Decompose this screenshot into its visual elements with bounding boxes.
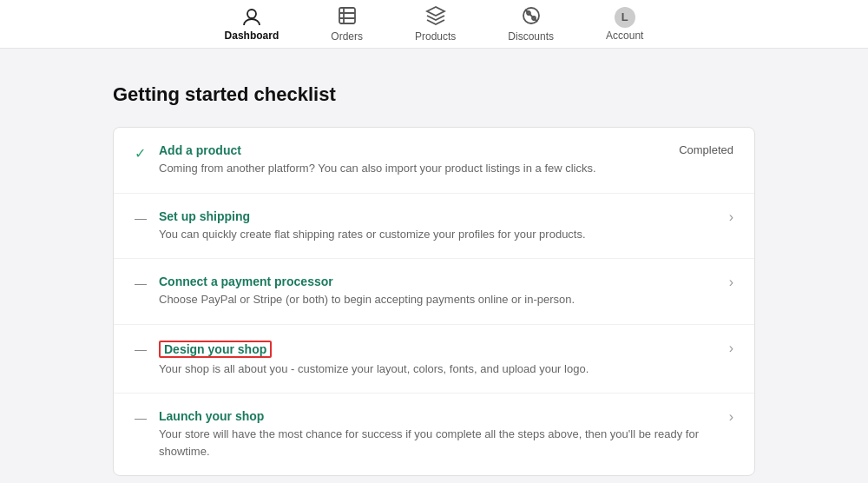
- nav-item-products[interactable]: Products: [406, 0, 464, 48]
- chevron-icon-shipping: ›: [729, 209, 733, 225]
- checklist-content-shipping: Set up shipping You can quickly create f…: [159, 209, 715, 243]
- checklist-item-payment[interactable]: — Connect a payment processor Choose Pay…: [114, 259, 754, 325]
- dash-icon-payment: —: [135, 276, 159, 290]
- checklist-right-payment: ›: [729, 275, 733, 290]
- checklist-item-title-launch: Launch your shop: [159, 409, 715, 423]
- completed-label: Completed: [679, 143, 733, 156]
- nav-item-account[interactable]: L Account: [597, 2, 652, 47]
- dash-icon-shipping: —: [135, 211, 159, 225]
- checklist-item-desc-add-product: Coming from another platform? You can al…: [159, 160, 665, 177]
- products-icon: [425, 5, 446, 29]
- check-icon: ✓: [135, 145, 159, 162]
- nav-label-dashboard: Dashboard: [225, 30, 279, 42]
- main-content: Getting started checklist ✓ Add a produc…: [95, 49, 773, 483]
- checklist-item-title-design: Design your shop: [159, 341, 715, 358]
- checklist-item-desc-shipping: You can quickly create flat shipping rat…: [159, 226, 715, 243]
- svg-rect-1: [339, 8, 355, 23]
- checklist-item-design[interactable]: — Design your shop Your shop is all abou…: [114, 325, 754, 394]
- chevron-icon-design: ›: [729, 341, 733, 356]
- checklist-right-add-product: Completed: [679, 143, 733, 156]
- checklist-item-desc-design: Your shop is all about you - customize y…: [159, 361, 715, 378]
- checklist-content-payment: Connect a payment processor Choose PayPa…: [159, 275, 715, 308]
- dashboard-icon: [241, 7, 262, 28]
- checklist-content-add-product: Add a product Coming from another platfo…: [159, 143, 665, 177]
- nav-label-account: Account: [606, 30, 643, 42]
- dash-icon-design: —: [135, 342, 159, 356]
- chevron-icon-payment: ›: [729, 275, 733, 290]
- checklist-item-title-add-product: Add a product: [159, 143, 665, 157]
- orders-icon: [337, 5, 358, 29]
- nav-item-dashboard[interactable]: Dashboard: [216, 2, 288, 47]
- dash-icon-launch: —: [135, 411, 159, 425]
- checklist-right-shipping: ›: [729, 209, 733, 225]
- main-nav: Dashboard Orders Products: [0, 0, 868, 49]
- checklist-title: Getting started checklist: [113, 83, 755, 106]
- checklist-content-launch: Launch your shop Your store will have th…: [159, 409, 715, 460]
- checklist-right-design: ›: [729, 341, 733, 356]
- checklist-item-desc-launch: Your store will have the most chance for…: [159, 426, 715, 460]
- checklist-item-desc-payment: Choose PayPal or Stripe (or both) to beg…: [159, 291, 715, 308]
- discounts-icon: [521, 5, 542, 29]
- checklist-item-title-payment: Connect a payment processor: [159, 275, 715, 288]
- checklist-item-title-shipping: Set up shipping: [159, 209, 715, 223]
- nav-label-orders: Orders: [331, 30, 363, 43]
- checklist-content-design: Design your shop Your shop is all about …: [159, 341, 715, 378]
- checklist-card: ✓ Add a product Coming from another plat…: [113, 127, 755, 476]
- account-icon: L: [615, 7, 635, 28]
- nav-item-discounts[interactable]: Discounts: [499, 0, 562, 48]
- nav-item-orders[interactable]: Orders: [322, 0, 372, 48]
- chevron-icon-launch: ›: [729, 409, 733, 425]
- checklist-item-launch[interactable]: — Launch your shop Your store will have …: [114, 394, 754, 475]
- checklist-item-shipping[interactable]: — Set up shipping You can quickly create…: [114, 194, 754, 260]
- nav-label-discounts: Discounts: [508, 30, 554, 43]
- checklist-item-add-product[interactable]: ✓ Add a product Coming from another plat…: [114, 128, 754, 194]
- svg-point-0: [247, 10, 256, 18]
- nav-label-products: Products: [415, 30, 456, 43]
- checklist-right-launch: ›: [729, 409, 733, 425]
